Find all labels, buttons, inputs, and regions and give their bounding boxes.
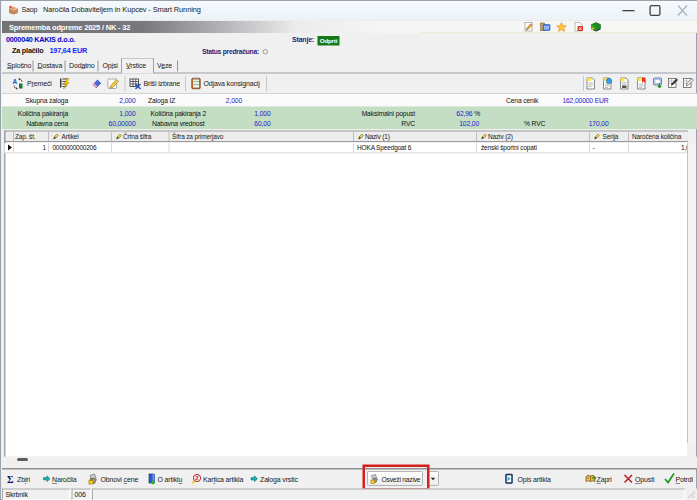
svg-text:A: A [13,78,18,85]
svg-text:Σ: Σ [7,474,14,485]
